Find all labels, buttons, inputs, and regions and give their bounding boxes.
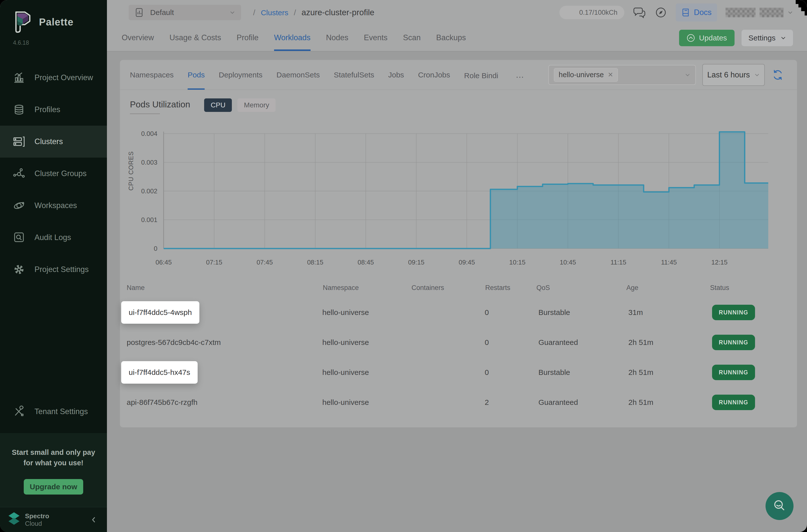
time-range-value: Last 6 hours: [707, 71, 750, 79]
chip-remove-icon[interactable]: ✕: [608, 71, 613, 79]
sidebar-item-label: Project Overview: [35, 73, 93, 82]
table-row[interactable]: ui-f7ff4ddc5-hx47s hello-universe 0 Burs…: [126, 357, 791, 387]
sidebar-item-cluster-groups[interactable]: Cluster Groups: [0, 158, 107, 190]
column-header-name: Name: [126, 284, 322, 292]
breadcrumb-link-clusters[interactable]: Clusters: [261, 8, 288, 17]
x-axis-tick-label: 11:15: [611, 259, 626, 266]
sidebar-item-workspaces[interactable]: Workspaces: [0, 190, 107, 222]
compass-help-icon[interactable]: [654, 6, 667, 19]
chevron-down-icon: [230, 10, 235, 15]
palette-app: Palette 4.6.18 Project Overview Profiles: [0, 0, 807, 532]
pod-name-cell: ui-f7ff4ddc5-hx47s: [126, 361, 322, 384]
chart-y-ticks: 00.0010.0020.0030.004: [120, 116, 157, 276]
pod-name: postgres-567dc9cb4c-c7xtm: [127, 338, 221, 346]
sidebar-spacer: [0, 285, 107, 396]
project-icon: [135, 7, 145, 18]
updates-button[interactable]: Updates: [679, 30, 734, 46]
docs-label: Docs: [694, 8, 712, 17]
chart-area-fill: [164, 132, 768, 248]
memory-toggle-button[interactable]: Memory: [237, 98, 276, 112]
subtab-statefulsets[interactable]: StatefulSets: [334, 60, 374, 90]
main-area: Default / Clusters / azure-cluster-profi…: [107, 0, 807, 532]
namespace-filter-chip: hello-universe ✕: [554, 68, 618, 82]
workload-subtabs-bar: Namespaces Pods Deployments DaemonSets S…: [120, 60, 797, 90]
upgrade-now-button[interactable]: Upgrade now: [24, 479, 83, 495]
collapse-sidebar-icon[interactable]: [91, 516, 97, 523]
spectro-cloud-logo-icon: [7, 512, 20, 528]
chat-feedback-icon[interactable]: [633, 6, 646, 19]
x-axis-tick-label: 11:45: [661, 259, 677, 266]
utilization-header: Pods Utilization CPU Memory: [120, 90, 797, 114]
promo-line-2: for what you use!: [7, 458, 99, 468]
upgrade-promo: Start small and only pay for what you us…: [0, 433, 107, 507]
sidebar-item-audit-logs[interactable]: Audit Logs: [0, 222, 107, 253]
pod-age: 2h 51m: [626, 338, 710, 347]
sidebar-item-profiles[interactable]: Profiles: [0, 94, 107, 126]
table-row[interactable]: postgres-567dc9cb4c-c7xtm hello-universe…: [126, 327, 791, 357]
cluster-tabs: Overview Usage & Costs Profile Workloads…: [122, 25, 466, 51]
x-axis-tick-label: 07:15: [206, 259, 222, 266]
breadcrumb-current-cluster: azure-cluster-profile: [302, 8, 375, 17]
workload-subtabs: Namespaces Pods Deployments DaemonSets S…: [130, 60, 525, 90]
sidebar: Palette 4.6.18 Project Overview Profiles: [0, 0, 107, 532]
subtab-cronjobs[interactable]: CronJobs: [418, 60, 450, 90]
subtab-role-bindings[interactable]: Role Bindings: [464, 60, 498, 90]
cpu-toggle-button[interactable]: CPU: [204, 98, 232, 112]
pod-namespace: hello-universe: [322, 398, 411, 406]
tab-backups[interactable]: Backups: [436, 25, 466, 51]
y-axis-tick-label: 0.004: [141, 130, 157, 138]
x-axis-tick-label: 09:45: [459, 259, 475, 266]
tab-overview[interactable]: Overview: [122, 25, 154, 51]
bar-chart-icon: [13, 72, 25, 84]
x-axis-tick-label: 09:15: [408, 259, 425, 266]
pod-status-cell: RUNNING: [710, 365, 791, 380]
x-axis-tick-label: 07:45: [257, 259, 273, 266]
pod-qos: Guaranteed: [536, 338, 626, 347]
refresh-icon[interactable]: [772, 70, 783, 80]
y-axis-tick-label: 0.002: [141, 187, 157, 195]
footer-brand-line2: Cloud: [25, 520, 86, 527]
spotlight-highlight-box: ui-f7ff4ddc5-hx47s: [121, 361, 198, 384]
time-range-select[interactable]: Last 6 hours: [702, 64, 765, 86]
tab-usage-costs[interactable]: Usage & Costs: [169, 25, 221, 51]
tab-events[interactable]: Events: [364, 25, 388, 51]
tab-scan[interactable]: Scan: [403, 25, 421, 51]
tab-nodes[interactable]: Nodes: [326, 25, 349, 51]
subtab-jobs[interactable]: Jobs: [388, 60, 404, 90]
pod-restarts: 0: [485, 368, 536, 377]
namespace-filter-select[interactable]: hello-universe ✕: [548, 65, 696, 85]
sidebar-item-project-overview[interactable]: Project Overview: [0, 62, 107, 94]
subtab-pods[interactable]: Pods: [188, 60, 205, 90]
workloads-card: Namespaces Pods Deployments DaemonSets S…: [120, 60, 797, 428]
pod-name: ui-f7ff4ddc5-hx47s: [129, 368, 190, 377]
docs-button[interactable]: Docs: [676, 3, 717, 21]
sidebar-item-tenant-settings[interactable]: Tenant Settings: [0, 396, 107, 428]
pod-status-cell: RUNNING: [710, 335, 791, 350]
settings-button[interactable]: Settings: [742, 30, 793, 46]
subtab-namespaces[interactable]: Namespaces: [130, 60, 174, 90]
x-axis-tick-label: 10:45: [560, 259, 576, 266]
sidebar-item-clusters[interactable]: Clusters: [0, 126, 107, 158]
subtab-daemonsets[interactable]: DaemonSets: [277, 60, 320, 90]
sidebar-footer: Spectro Cloud: [0, 507, 107, 532]
sidebar-item-project-settings[interactable]: Project Settings: [0, 253, 107, 285]
tab-profile[interactable]: Profile: [237, 25, 259, 51]
project-selector[interactable]: Default: [129, 5, 241, 20]
pod-restarts: 2: [485, 398, 536, 406]
user-menu-redacted[interactable]: [726, 8, 793, 17]
table-row[interactable]: api-86f745b67c-rzgfh hello-universe 2 Gu…: [126, 387, 791, 417]
pod-name: ui-f7ff4ddc5-4wsph: [129, 308, 192, 317]
x-axis-tick-label: 08:45: [358, 259, 374, 266]
tab-workloads[interactable]: Workloads: [274, 25, 311, 51]
pod-age: 31m: [626, 308, 710, 317]
breadcrumb-separator: /: [294, 8, 296, 17]
chevron-down-icon: [685, 72, 690, 78]
help-search-fab[interactable]: [766, 492, 793, 520]
pod-name-cell: api-86f745b67c-rzgfh: [126, 398, 322, 406]
server-rack-icon: [13, 136, 25, 148]
table-row[interactable]: ui-f7ff4ddc5-4wsph hello-universe 0 Burs…: [126, 298, 791, 327]
subtab-deployments[interactable]: Deployments: [219, 60, 262, 90]
subtabs-overflow-button[interactable]: …: [516, 70, 525, 80]
chart-plot: [161, 126, 771, 255]
spectro-cloud-name: Spectro Cloud: [25, 512, 86, 527]
